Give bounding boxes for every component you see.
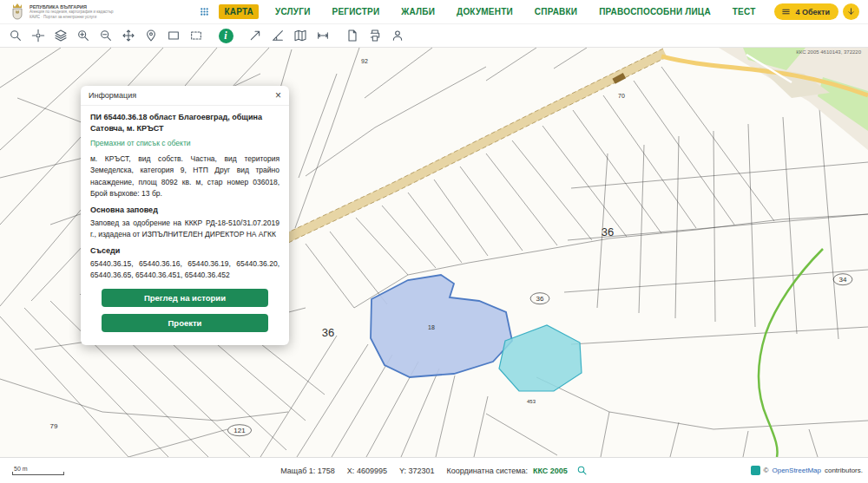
scale-bar-line <box>12 472 64 475</box>
document-icon <box>345 29 359 42</box>
printer-icon <box>368 29 382 42</box>
order-heading: Основна заповед <box>90 206 279 214</box>
y-value: 372301 <box>408 467 434 475</box>
arrow-down-icon <box>846 7 856 16</box>
objects-control: 4 Обекти <box>774 3 859 20</box>
logo: РЕПУБЛИКА БЪЛГАРИЯ Агенция по геодезия, … <box>9 2 139 23</box>
svg-text:70: 70 <box>618 93 625 99</box>
dashed-rectangle-icon <box>189 29 203 42</box>
dimension-icon <box>316 29 330 42</box>
x-value: 4609995 <box>357 467 387 475</box>
pan-tool[interactable] <box>118 25 139 46</box>
info-tool[interactable]: i <box>215 25 236 46</box>
scale-bar-label: 50 m <box>14 466 64 472</box>
coordinates-tool[interactable] <box>28 25 49 46</box>
marker-icon <box>144 29 158 42</box>
arrow-select-tool[interactable] <box>245 25 266 46</box>
info-panel: Информация × ПИ 65440.36.18 област Благо… <box>81 86 289 345</box>
info-panel-title: Информация <box>89 91 136 100</box>
contributors-text: contributors. <box>825 467 863 474</box>
objects-expand-button[interactable] <box>843 3 859 20</box>
scale-bar: 50 m <box>12 466 64 475</box>
history-button[interactable]: Преглед на истории <box>102 289 268 307</box>
remove-from-objects-link[interactable]: Премахни от списък с обекти <box>90 139 279 147</box>
svg-text:36: 36 <box>602 225 614 238</box>
rectangle-icon <box>167 29 181 42</box>
document-tool[interactable] <box>342 25 363 46</box>
measure-distance-tool[interactable] <box>312 25 333 46</box>
coat-of-arms-icon <box>9 2 26 23</box>
menu-icon <box>781 7 791 16</box>
angle-icon <box>271 29 285 42</box>
rectangle-select-tool[interactable] <box>163 25 184 46</box>
nav-pravosposobni[interactable]: ПРАВОСПОСОБНИ ЛИЦА <box>594 4 716 19</box>
nav-spravki[interactable]: СПРАВКИ <box>529 4 582 19</box>
layers-tool[interactable] <box>50 25 71 46</box>
marker-tool[interactable] <box>141 25 161 46</box>
nav-zhalbi[interactable]: ЖАЛБИ <box>396 4 440 19</box>
nav-karta[interactable]: КАРТА <box>219 4 259 19</box>
user-icon <box>391 29 404 42</box>
layers-icon <box>54 29 68 42</box>
map-tool[interactable] <box>290 25 311 46</box>
map-canvas[interactable]: 9270363618363412179453 ККС 2005 4610143,… <box>0 48 868 457</box>
parcel-description: м. КРЪСТ, вид собств. Частна, вид терито… <box>90 153 279 199</box>
measure-angle-tool[interactable] <box>267 25 288 46</box>
info-icon: i <box>219 29 233 43</box>
print-tool[interactable] <box>365 25 385 46</box>
copyright-symbol: © <box>764 467 769 474</box>
polygon-select-tool[interactable] <box>186 25 207 46</box>
svg-text:453: 453 <box>527 399 536 404</box>
user-tool[interactable] <box>387 25 408 46</box>
nav-registri[interactable]: РЕГИСТРИ <box>327 4 385 19</box>
svg-text:18: 18 <box>428 324 435 330</box>
arrow-ne-icon <box>248 29 262 42</box>
nav-uslugi[interactable]: УСЛУГИ <box>270 4 316 19</box>
svg-text:36: 36 <box>322 326 334 339</box>
neighbors-heading: Съседи <box>90 246 279 255</box>
close-icon[interactable]: × <box>275 90 281 101</box>
search-icon <box>9 29 23 42</box>
crs-select[interactable]: ККС 2005 <box>533 467 568 475</box>
scale-label: Мащаб 1: <box>280 467 315 475</box>
apps-grid-icon[interactable] <box>200 7 209 16</box>
status-bar: 50 m Мащаб 1: 1758 X: 4609995 Y: 372301 … <box>0 457 868 483</box>
svg-text:79: 79 <box>50 422 58 430</box>
zoom-in-icon <box>76 29 90 42</box>
top-header: РЕПУБЛИКА БЪЛГАРИЯ Агенция по геодезия, … <box>0 0 868 24</box>
svg-text:92: 92 <box>361 58 368 64</box>
search-tool[interactable] <box>5 25 26 46</box>
svg-text:36: 36 <box>536 295 544 303</box>
svg-text:34: 34 <box>839 276 847 284</box>
osm-attribution: © OpenStreetMap contributors. <box>751 466 863 475</box>
objects-count-label: 4 Обекти <box>795 8 830 16</box>
y-label: Y: <box>399 467 406 475</box>
osm-badge-icon <box>751 466 760 475</box>
zoom-out-tool[interactable] <box>95 25 116 46</box>
zoom-out-icon <box>99 29 113 42</box>
map-icon <box>293 29 307 42</box>
parcel-title: ПИ 65440.36.18 област Благоевград, общин… <box>90 112 279 134</box>
pan-icon <box>122 29 135 42</box>
objects-button[interactable]: 4 Обекти <box>774 3 838 20</box>
zoom-in-tool[interactable] <box>73 25 94 46</box>
map-metrics: Мащаб 1: 1758 X: 4609995 Y: 372301 Коорд… <box>280 465 588 476</box>
status-search-icon[interactable] <box>576 465 588 476</box>
nav-dokumenti[interactable]: ДОКУМЕНТИ <box>451 4 518 19</box>
neighbors-list: 65440.36.15, 65440.36.16, 65440.36.19, 6… <box>90 258 279 281</box>
map-corner-coordinates: ККС 2005 4610143, 372220 <box>796 49 861 55</box>
nav-test[interactable]: ТЕСТ <box>727 4 761 19</box>
order-text: Заповед за одобрение на КККР РД-18-510/3… <box>90 218 279 240</box>
openstreetmap-link[interactable]: OpenStreetMap <box>772 467 820 474</box>
logo-subtitle-1: Агенция по геодезия, картография и кадас… <box>30 10 114 14</box>
crosshair-icon <box>31 29 45 42</box>
main-nav: КАРТА УСЛУГИ РЕГИСТРИ ЖАЛБИ ДОКУМЕНТИ СП… <box>200 4 760 19</box>
scale-value: 1758 <box>318 467 335 475</box>
logo-subtitle-2: КАИС · Портал за електронни услуги <box>30 15 114 19</box>
projects-button[interactable]: Проекти <box>102 314 268 332</box>
map-toolbar: i <box>0 24 868 48</box>
crs-label: Координатна система: <box>447 467 528 475</box>
x-label: X: <box>347 467 355 475</box>
svg-text:121: 121 <box>233 427 246 434</box>
